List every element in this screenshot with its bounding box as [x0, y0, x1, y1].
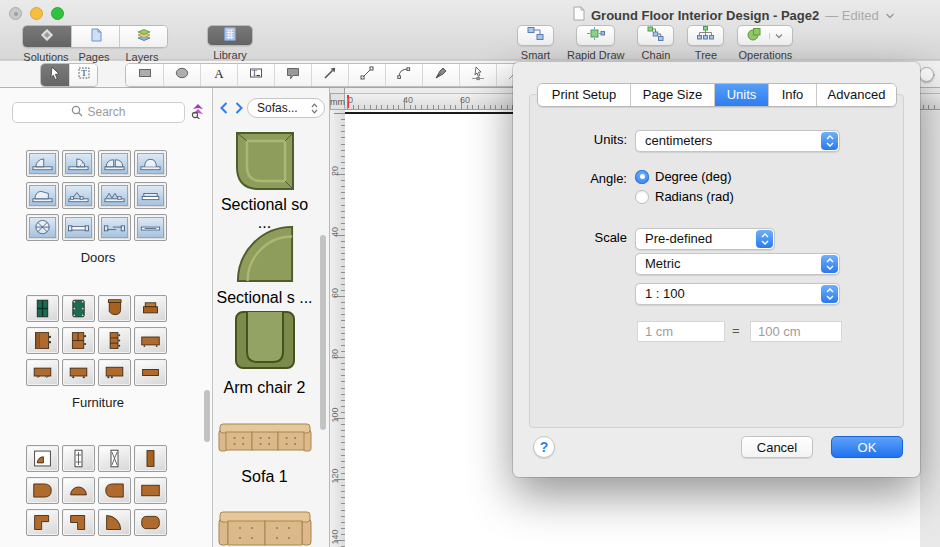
scale-from-field[interactable]: 1 cm — [637, 321, 725, 342]
solution-search-icon[interactable] — [190, 102, 206, 123]
stencil-double-bifold-door[interactable] — [98, 182, 131, 209]
stencil-counter-quarter[interactable] — [98, 509, 131, 536]
stencil-door-left[interactable] — [26, 150, 59, 177]
tab-page-size[interactable]: Page Size — [630, 84, 714, 106]
bezier-tool[interactable] — [459, 64, 496, 86]
stencil-bifold-door[interactable] — [62, 182, 95, 209]
tab-units[interactable]: Units — [714, 84, 768, 106]
rectangle-tool[interactable] — [126, 64, 163, 86]
stencil-sliding-door-2[interactable] — [98, 214, 131, 241]
stencil-desk-3[interactable] — [62, 359, 95, 386]
library-button[interactable] — [207, 25, 253, 46]
pen-tool[interactable] — [422, 64, 459, 86]
line-tool[interactable] — [348, 64, 385, 86]
section-label: Doors — [26, 250, 170, 265]
stencil-sectional-sofa-corner[interactable] — [213, 128, 316, 198]
stencil-door-right[interactable] — [62, 150, 95, 177]
search-input[interactable]: Search — [12, 102, 185, 123]
zoom-slider-knob[interactable] — [919, 67, 934, 82]
stencil-counter-l[interactable] — [26, 509, 59, 536]
stencil-sliding-door-3[interactable] — [134, 214, 167, 241]
stencil-revolving-door[interactable] — [26, 214, 59, 241]
tab-advanced[interactable]: Advanced — [816, 84, 896, 106]
cancel-button[interactable]: Cancel — [741, 436, 813, 458]
stencil-cabinet[interactable] — [62, 327, 95, 354]
stencil-upright-piano[interactable] — [134, 295, 167, 322]
layers-icon — [136, 27, 152, 47]
stencil-counter[interactable] — [134, 477, 167, 504]
stencil-sideboard[interactable] — [134, 327, 167, 354]
text-box-tool[interactable]: T — [237, 64, 274, 86]
sidebar-scrollbar[interactable] — [204, 390, 210, 442]
stencil-double-door[interactable] — [98, 150, 131, 177]
chain-button[interactable] — [637, 25, 674, 46]
stencil-door-swing[interactable] — [26, 182, 59, 209]
units-select[interactable]: centimeters — [635, 130, 840, 152]
chain-button-group: Chain — [637, 25, 674, 61]
layers-button[interactable] — [119, 26, 167, 47]
stencil-pocket-door[interactable] — [134, 182, 167, 209]
tab-info[interactable]: Info — [768, 84, 816, 106]
arrow-tool[interactable] — [311, 64, 348, 86]
action-button-label: Tree — [695, 49, 717, 61]
forward-button[interactable] — [232, 99, 245, 117]
stencil-window-seat[interactable] — [26, 295, 59, 322]
ellipse-tool[interactable] — [163, 64, 200, 86]
select-tool[interactable] — [41, 64, 69, 86]
stencil-shelf[interactable] — [134, 359, 167, 386]
back-button[interactable] — [217, 99, 230, 117]
window-title-group: Ground Floor Interior Design - Page2 — E… — [573, 6, 895, 25]
zoom-window-button[interactable] — [51, 7, 64, 20]
stencil-grand-piano[interactable] — [98, 295, 131, 322]
panel-scrollbar[interactable] — [320, 235, 326, 430]
stencil-counter-rounded-2[interactable] — [98, 477, 131, 504]
operations-button[interactable] — [737, 25, 793, 46]
stencil-arm-chair[interactable] — [213, 310, 316, 374]
smart-button[interactable] — [517, 25, 554, 46]
solutions-button[interactable] — [23, 26, 71, 47]
stencil-sliding-door[interactable] — [62, 214, 95, 241]
stencil-window-elevation[interactable] — [62, 445, 95, 472]
scale-ratio-select[interactable]: 1 : 100 — [635, 283, 840, 305]
stencil-desk-4[interactable] — [98, 359, 131, 386]
rapid-draw-button[interactable] — [576, 25, 615, 46]
stencil-dresser[interactable] — [98, 327, 131, 354]
stencil-pool-table[interactable] — [62, 295, 95, 322]
radio-radians[interactable]: Radians (rad) — [635, 189, 734, 204]
ok-button[interactable]: OK — [831, 436, 903, 458]
radio-degree[interactable]: Degree (deg) — [635, 169, 732, 184]
stencil-counter-rounded[interactable] — [26, 477, 59, 504]
title-chevron-icon[interactable] — [885, 12, 895, 19]
scale-mode-select[interactable]: Pre-defined — [635, 228, 775, 250]
smart-icon — [527, 26, 544, 45]
text-tool[interactable]: A — [200, 64, 237, 86]
stencil-select[interactable]: Sofas... — [247, 98, 325, 118]
stencil-sofa-2-seat[interactable] — [213, 511, 316, 547]
solutions-icon — [39, 27, 55, 47]
stencil-door-panel[interactable] — [134, 445, 167, 472]
stencil-desk-2[interactable] — [26, 359, 59, 386]
close-button[interactable] — [9, 7, 22, 20]
stencil-section-furniture: Furniture — [26, 295, 170, 410]
stencil-counter-2[interactable] — [134, 509, 167, 536]
help-button[interactable]: ? — [533, 436, 555, 458]
tab-print-setup[interactable]: Print Setup — [538, 84, 630, 106]
scale-to-field[interactable]: 100 cm — [750, 321, 842, 342]
stencil-double-door-2[interactable] — [134, 150, 167, 177]
stencil-sofa-3-seat[interactable] — [213, 423, 316, 457]
chevron-down-icon[interactable] — [769, 33, 783, 39]
stencil-sectional-sofa-quarter[interactable] — [213, 223, 316, 287]
stencil-panel-header: Sofas... — [217, 97, 325, 119]
arc-tool[interactable] — [385, 64, 422, 86]
stencil-counter-semicircle[interactable] — [62, 477, 95, 504]
callout-tool[interactable] — [274, 64, 311, 86]
stencil-door-elevation[interactable] — [26, 445, 59, 472]
scale-system-select[interactable]: Metric — [635, 253, 840, 275]
stencil-window-elevation-2[interactable] — [98, 445, 131, 472]
minimize-button[interactable] — [30, 7, 43, 20]
stencil-counter-l-2[interactable] — [62, 509, 95, 536]
text-select-tool[interactable]: T — [69, 64, 97, 86]
tree-button[interactable] — [687, 25, 724, 46]
pages-button[interactable] — [71, 26, 119, 47]
stencil-desk[interactable] — [26, 327, 59, 354]
